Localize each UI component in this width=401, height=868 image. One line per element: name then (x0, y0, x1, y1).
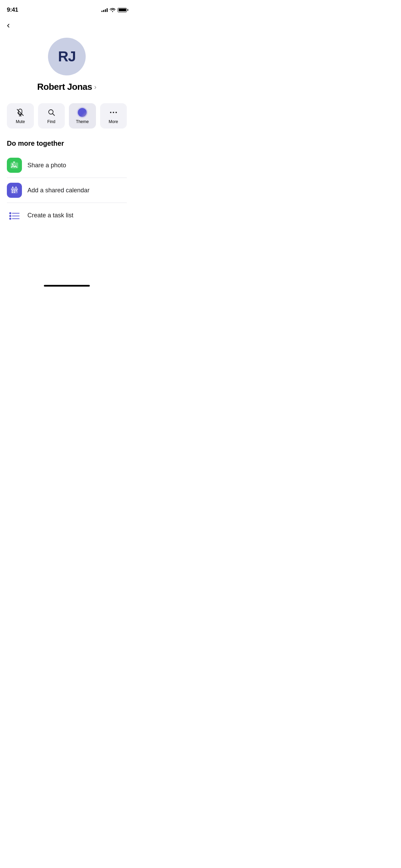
more-icon (109, 108, 118, 117)
avatar: RJ (48, 38, 86, 75)
more-button[interactable]: More (100, 103, 127, 129)
profile-chevron-icon: › (94, 83, 97, 91)
svg-rect-16 (16, 190, 17, 191)
action-buttons: Mute Find Theme More (0, 100, 134, 137)
task-list-item[interactable]: Create a task list (7, 203, 127, 228)
list-items: Share a photo Add a shared calendar (0, 153, 134, 228)
share-photo-item[interactable]: Share a photo (7, 153, 127, 178)
svg-line-4 (52, 114, 54, 116)
svg-rect-15 (14, 190, 15, 191)
home-indicator (44, 285, 90, 287)
svg-rect-18 (14, 192, 15, 193)
profile-name: Robert Jonas (37, 82, 92, 92)
find-button[interactable]: Find (38, 103, 65, 129)
svg-rect-17 (12, 192, 13, 193)
theme-button[interactable]: Theme (69, 103, 96, 129)
avatar-initials: RJ (58, 48, 76, 65)
svg-point-21 (9, 215, 11, 217)
more-label: More (109, 119, 118, 124)
svg-point-7 (116, 112, 117, 113)
tasklist-icon (7, 208, 22, 223)
profile-section: RJ Robert Jonas › (0, 32, 134, 100)
battery-icon (118, 8, 127, 12)
shared-calendar-label: Add a shared calendar (27, 187, 89, 194)
svg-rect-12 (12, 186, 13, 188)
svg-point-6 (113, 112, 114, 113)
signal-icon (101, 8, 108, 12)
share-photo-label: Share a photo (27, 162, 66, 169)
photo-icon (7, 158, 22, 173)
svg-point-5 (110, 112, 111, 113)
theme-label: Theme (76, 119, 89, 124)
mute-label: Mute (16, 119, 25, 124)
task-list-label: Create a task list (27, 212, 73, 219)
find-label: Find (47, 119, 55, 124)
svg-point-23 (9, 218, 11, 220)
calendar-icon (7, 183, 22, 198)
svg-rect-13 (16, 186, 17, 188)
status-time: 9:41 (7, 7, 18, 13)
mute-button[interactable]: Mute (7, 103, 34, 129)
svg-point-19 (9, 212, 11, 214)
shared-calendar-item[interactable]: Add a shared calendar (7, 178, 127, 203)
back-chevron-icon: ‹ (7, 21, 10, 29)
section-header: Do more together (0, 137, 134, 153)
svg-point-9 (12, 164, 13, 165)
mute-icon (15, 108, 25, 117)
back-button[interactable]: ‹ (0, 15, 134, 32)
status-icons (101, 8, 127, 12)
section-title: Do more together (7, 140, 64, 147)
search-icon (47, 108, 56, 117)
profile-name-row[interactable]: Robert Jonas › (37, 82, 97, 92)
status-bar: 9:41 (0, 0, 134, 15)
svg-rect-14 (12, 190, 13, 191)
theme-icon (77, 108, 87, 117)
wifi-icon (110, 8, 116, 12)
